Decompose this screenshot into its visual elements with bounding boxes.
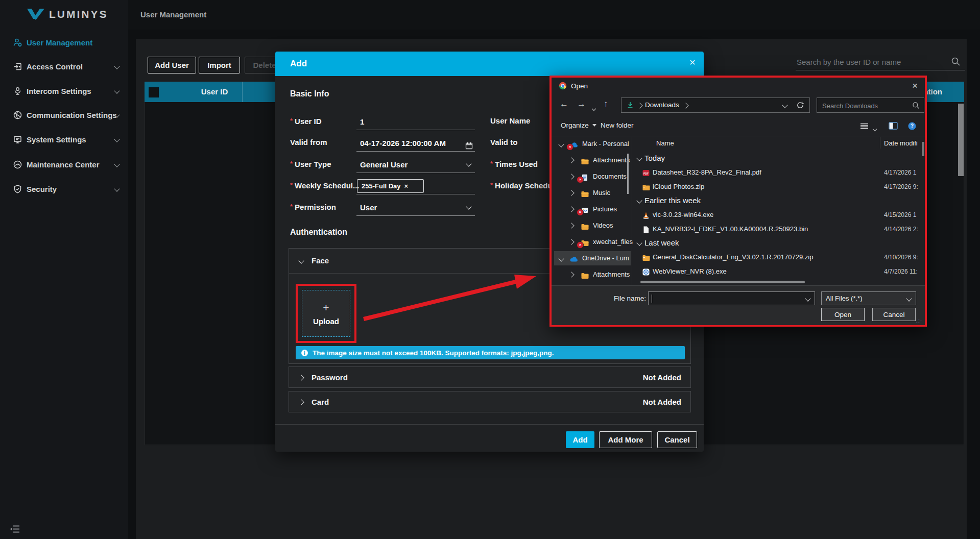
add-user-button[interactable]: Add User bbox=[148, 57, 196, 74]
tree-item-onedrive-lum[interactable]: OneDrive - Lum bbox=[554, 251, 631, 265]
import-button[interactable]: Import bbox=[199, 57, 240, 74]
svg-text:PDF: PDF bbox=[643, 172, 649, 175]
tag-remove-icon[interactable]: × bbox=[404, 182, 409, 190]
open-button[interactable]: Open bbox=[821, 308, 865, 321]
user-type-label: *User Type bbox=[290, 158, 331, 169]
horizontal-scrollbar[interactable] bbox=[640, 281, 805, 283]
modal-close-icon[interactable]: × bbox=[689, 56, 696, 68]
back-icon[interactable]: ← bbox=[560, 99, 568, 109]
sidebar-item-intercom-settings[interactable]: Intercom Settings bbox=[0, 84, 128, 99]
access-control-icon bbox=[13, 62, 22, 76]
tree-item-videos[interactable]: Videos bbox=[554, 218, 631, 233]
organize-menu[interactable]: Organize bbox=[561, 121, 596, 129]
sidebar-item-communication-settings[interactable]: Communication Settings bbox=[0, 108, 128, 122]
valid-from-field[interactable]: 04-17-2026 12:00:00 AM bbox=[356, 136, 475, 152]
column-user-id[interactable]: User ID bbox=[174, 82, 255, 102]
tree-item-documents[interactable]: × Documents bbox=[554, 169, 631, 184]
address-bar[interactable]: Downloads bbox=[621, 97, 810, 113]
user-id-field[interactable]: 1 bbox=[356, 114, 475, 130]
chevron-down-icon bbox=[558, 256, 564, 261]
calendar-icon[interactable] bbox=[465, 139, 473, 155]
tree-scrollbar[interactable] bbox=[627, 154, 629, 194]
file-row-vlc[interactable]: vlc-3.0.23-win64.exe 4/15/2026 1 bbox=[638, 208, 922, 222]
file-row-zip[interactable]: iCloud Photos.zip 4/17/2026 9: bbox=[638, 180, 922, 193]
group-last-week[interactable]: Last week bbox=[644, 236, 679, 250]
chevron-right-icon bbox=[568, 157, 574, 163]
sidebar-item-maintenance-center[interactable]: Maintenance Center bbox=[0, 158, 128, 172]
permission-select[interactable]: User bbox=[356, 200, 475, 216]
card-status: Not Added bbox=[643, 391, 681, 413]
file-name-input[interactable] bbox=[653, 292, 803, 305]
search-icon[interactable] bbox=[912, 102, 920, 111]
collapse-sidebar-icon[interactable] bbox=[9, 525, 20, 535]
dialog-cancel-button[interactable]: Cancel bbox=[872, 308, 916, 321]
cancel-button[interactable]: Cancel bbox=[657, 431, 697, 448]
file-row-diskcalculator-zip[interactable]: General_DiskCalculator_Eng_V3.02.1.R.201… bbox=[638, 251, 922, 264]
card-accordion[interactable]: Card Not Added bbox=[289, 391, 691, 412]
view-dropdown-icon[interactable] bbox=[873, 125, 876, 132]
address-dropdown-icon[interactable] bbox=[782, 102, 787, 108]
add-button[interactable]: Add bbox=[566, 431, 594, 448]
file-type-filter[interactable]: All Files (*.*) bbox=[821, 291, 916, 305]
tree-item-xwechat-files[interactable]: × xwechat_files bbox=[554, 235, 631, 249]
search-icon[interactable] bbox=[951, 57, 961, 68]
sync-error-badge: × bbox=[577, 176, 584, 183]
chevron-right-icon bbox=[568, 272, 574, 277]
sync-error-badge: × bbox=[577, 241, 584, 249]
face-upload-button[interactable]: + Upload bbox=[302, 290, 350, 337]
group-today[interactable]: Today bbox=[644, 152, 665, 165]
view-list-icon[interactable] bbox=[860, 122, 869, 132]
chevron-right-icon bbox=[568, 206, 574, 212]
help-icon[interactable]: ? bbox=[908, 122, 916, 132]
chevron-down-icon bbox=[114, 186, 119, 191]
group-earlier-this-week[interactable]: Earlier this week bbox=[644, 194, 701, 207]
topbar: User Management bbox=[128, 0, 980, 30]
up-icon[interactable]: ↑ bbox=[604, 99, 608, 109]
weekly-schedule-tag[interactable]: 255-Full Day× bbox=[357, 179, 424, 193]
dialog-close-icon[interactable]: × bbox=[912, 80, 918, 91]
modal-title: Add bbox=[290, 52, 307, 76]
breadcrumb-downloads[interactable]: Downloads bbox=[645, 98, 679, 112]
password-status: Not Added bbox=[643, 367, 681, 388]
tree-item-pictures[interactable]: × Pictures bbox=[554, 202, 631, 216]
chevron-down-icon bbox=[298, 258, 304, 263]
add-more-button[interactable]: Add More bbox=[599, 431, 652, 448]
tree-item-attachments-2[interactable]: Attachments bbox=[554, 267, 631, 282]
communication-icon bbox=[13, 110, 22, 125]
tree-item-music[interactable]: Music bbox=[554, 186, 631, 200]
file-row-pdf[interactable]: PDF Datasheet_R32-8PA_Rev2_Final.pdf 4/1… bbox=[638, 166, 922, 179]
sidebar-item-security[interactable]: Security bbox=[0, 182, 128, 197]
brand-name: LUMINYS bbox=[49, 8, 108, 20]
recent-chevron-icon[interactable] bbox=[592, 103, 595, 113]
sidebar-item-system-settings[interactable]: System Settings bbox=[0, 133, 128, 147]
file-row-webviewer-exe[interactable]: WebViewer_NVR (8).exe 4/7/2026 11: bbox=[638, 265, 922, 278]
resize-grip[interactable]: .:· bbox=[916, 318, 922, 324]
luminys-logo-icon bbox=[26, 7, 46, 23]
chevron-down-icon bbox=[114, 88, 119, 93]
select-all-checkbox[interactable] bbox=[149, 87, 159, 97]
chevron-down-icon bbox=[558, 141, 564, 147]
maintenance-icon bbox=[13, 160, 22, 174]
list-scrollbar[interactable] bbox=[922, 142, 924, 156]
preview-pane-icon[interactable] bbox=[889, 122, 898, 131]
password-accordion[interactable]: Password Not Added bbox=[289, 366, 691, 388]
column-date-modified[interactable]: Date modifi bbox=[884, 139, 918, 147]
sidebar-item-user-management[interactable]: User Management bbox=[0, 36, 128, 50]
refresh-icon[interactable] bbox=[796, 101, 804, 111]
screen: User Management Add User Import Delete U… bbox=[0, 0, 980, 539]
dialog-search-input[interactable] bbox=[821, 99, 910, 112]
topbar-tab-user-management[interactable]: User Management bbox=[140, 0, 206, 30]
chevron-down-icon bbox=[906, 296, 912, 301]
folder-icon bbox=[581, 156, 589, 170]
table-scrollbar[interactable] bbox=[958, 104, 964, 176]
search-input[interactable] bbox=[796, 53, 951, 71]
new-folder-button[interactable]: New folder bbox=[601, 121, 634, 129]
sidebar-item-access-control[interactable]: Access Control bbox=[0, 60, 128, 74]
forward-icon[interactable]: → bbox=[577, 99, 586, 109]
folder-icon bbox=[581, 222, 589, 236]
tree-item-mark-personal[interactable]: × Mark - Personal bbox=[554, 137, 631, 151]
tree-item-attachments[interactable]: Attachments bbox=[554, 153, 631, 167]
column-name[interactable]: Name bbox=[656, 139, 674, 147]
file-row-bin[interactable]: KA_NVRB32-I_FDKE_V1.00.KA00004.R.250923.… bbox=[638, 223, 922, 236]
user-type-select[interactable]: General User bbox=[356, 157, 475, 173]
